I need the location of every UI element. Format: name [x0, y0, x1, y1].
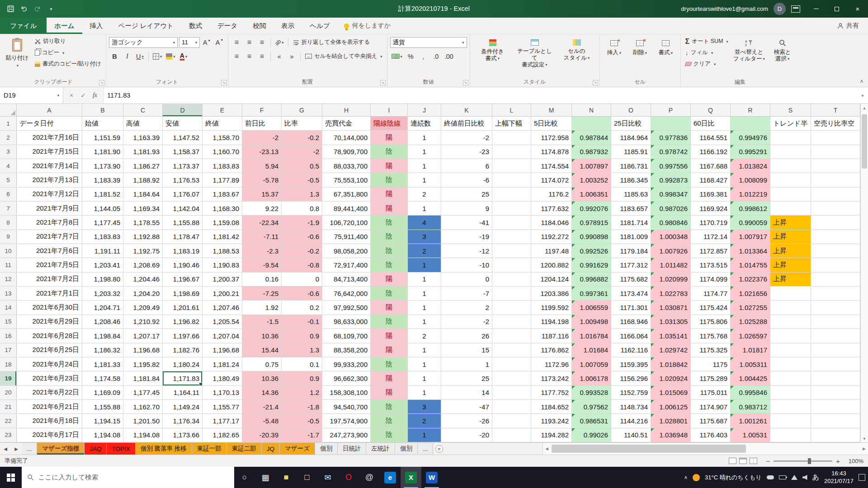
- format-cells-button[interactable]: 書式▾: [654, 36, 678, 56]
- cell-Q17[interactable]: 1175.325: [691, 343, 731, 357]
- cell-O16[interactable]: 1166.064: [611, 329, 651, 343]
- insert-function-button[interactable]: fx: [90, 92, 100, 99]
- cell-P8[interactable]: 0.980846: [651, 216, 691, 230]
- cell-J8[interactable]: 4: [408, 216, 441, 230]
- cell-J3[interactable]: 1: [408, 145, 441, 159]
- cell-L13[interactable]: [492, 286, 531, 300]
- cell-H23[interactable]: 247,273,900: [322, 428, 371, 442]
- cell-O15[interactable]: 1168.946: [611, 315, 651, 329]
- zoom-in-button[interactable]: +: [836, 457, 840, 465]
- cell-G17[interactable]: 1.3: [282, 343, 322, 357]
- header-cell-H1[interactable]: 売買代金: [322, 117, 371, 131]
- cell-F19[interactable]: 10.36: [242, 371, 282, 385]
- cell-T15[interactable]: [811, 315, 860, 329]
- cell-T16[interactable]: [811, 329, 860, 343]
- cell-J4[interactable]: 1: [408, 159, 441, 173]
- sheet-tab-個別[interactable]: 個別: [395, 443, 418, 455]
- cell-G7[interactable]: 0.8: [282, 202, 322, 216]
- cell-Q23[interactable]: 1176.403: [691, 428, 731, 442]
- cell-A22[interactable]: 2021年6月18日: [17, 414, 82, 428]
- qat-customize-button[interactable]: ▾: [45, 3, 57, 15]
- cell-A4[interactable]: 2021年7月14日: [17, 159, 82, 173]
- cell-D15[interactable]: 1,196.82: [163, 315, 203, 329]
- row-header-2[interactable]: 2: [0, 131, 17, 145]
- cell-R2[interactable]: 0.994976: [731, 131, 770, 145]
- start-button[interactable]: [0, 467, 22, 488]
- column-header-G[interactable]: G: [282, 104, 322, 117]
- cell-H15[interactable]: 98,633,000: [322, 315, 371, 329]
- cell-B23[interactable]: 1,194.08: [82, 428, 123, 442]
- cell-L21[interactable]: [492, 400, 531, 414]
- comma-style-button[interactable]: ,: [418, 51, 429, 62]
- cell-M8[interactable]: 1184.046: [531, 216, 572, 230]
- cell-J16[interactable]: 2: [408, 329, 441, 343]
- cell-L6[interactable]: [492, 188, 531, 202]
- row-header-21[interactable]: 21: [0, 400, 17, 414]
- cell-C3[interactable]: 1,181.93: [123, 145, 163, 159]
- taskbar-search-input[interactable]: ここに入力して検索: [22, 467, 234, 488]
- cell-R12[interactable]: 1.022376: [731, 272, 770, 286]
- cell-S7[interactable]: [770, 202, 811, 216]
- column-header-H[interactable]: H: [322, 104, 371, 117]
- cell-N22[interactable]: 0.986531: [572, 414, 611, 428]
- undo-button[interactable]: [18, 3, 30, 15]
- cell-S12[interactable]: 上昇: [770, 272, 811, 286]
- insert-cells-button[interactable]: + 挿入▾: [603, 36, 626, 56]
- cell-L10[interactable]: [492, 244, 531, 258]
- cell-R14[interactable]: 1.027255: [731, 300, 770, 314]
- cell-F3[interactable]: -23.13: [242, 145, 282, 159]
- cell-P14[interactable]: 1.030871: [651, 300, 691, 314]
- cell-A5[interactable]: 2021年7月13日: [17, 173, 82, 187]
- cell-T23[interactable]: [811, 428, 860, 442]
- cell-R5[interactable]: 1.008099: [731, 173, 770, 187]
- cell-P16[interactable]: 1.035141: [651, 329, 691, 343]
- cell-J9[interactable]: 3: [408, 230, 441, 244]
- cell-S9[interactable]: 上昇: [770, 230, 811, 244]
- cell-R9[interactable]: 1.007917: [731, 230, 770, 244]
- cell-P19[interactable]: 1.020924: [651, 371, 691, 385]
- cell-S14[interactable]: [770, 300, 811, 314]
- cell-P12[interactable]: 1.020999: [651, 272, 691, 286]
- cell-O12[interactable]: 1175.682: [611, 272, 651, 286]
- cell-Q13[interactable]: 1174.77: [691, 286, 731, 300]
- cell-P2[interactable]: 0.977836: [651, 131, 691, 145]
- cell-E12[interactable]: 1,200.37: [203, 272, 242, 286]
- cell-A11[interactable]: 2021年7月5日: [17, 258, 82, 272]
- taskbar-app-edge[interactable]: e: [380, 467, 401, 488]
- cell-K11[interactable]: -10: [441, 258, 492, 272]
- cell-H12[interactable]: 84,713,400: [322, 272, 371, 286]
- cell-J5[interactable]: 1: [408, 173, 441, 187]
- select-all-button[interactable]: [0, 104, 17, 117]
- cell-O14[interactable]: 1171.301: [611, 300, 651, 314]
- ribbon-tab-ヘルプ[interactable]: ヘルプ: [302, 18, 338, 34]
- cell-M3[interactable]: 1174.878: [531, 145, 572, 159]
- header-cell-L1[interactable]: 上幅下幅: [492, 117, 531, 131]
- cell-J7[interactable]: 1: [408, 202, 441, 216]
- cell-L8[interactable]: [492, 216, 531, 230]
- cell-J2[interactable]: 1: [408, 131, 441, 145]
- ime-indicator[interactable]: あ: [812, 473, 819, 482]
- cell-F10[interactable]: -2.3: [242, 244, 282, 258]
- cell-A19[interactable]: 2021年6月23日: [17, 371, 82, 385]
- zoom-slider-thumb[interactable]: [808, 458, 811, 464]
- cell-A12[interactable]: 2021年7月2日: [17, 272, 82, 286]
- row-header-20[interactable]: 20: [0, 386, 17, 400]
- cell-R21[interactable]: 0.983712: [731, 400, 770, 414]
- cell-T13[interactable]: [811, 286, 860, 300]
- format-as-table-button[interactable]: テーブルとして書式設定▾: [515, 36, 555, 68]
- cell-N21[interactable]: 0.97562: [572, 400, 611, 414]
- cell-K21[interactable]: -47: [441, 400, 492, 414]
- cell-O4[interactable]: 1186.731: [611, 159, 651, 173]
- italic-button[interactable]: I: [122, 51, 133, 62]
- cell-S15[interactable]: [770, 315, 811, 329]
- cell-M6[interactable]: 1176.2: [531, 188, 572, 202]
- cell-H18[interactable]: 99,933,200: [322, 357, 371, 371]
- cell-R19[interactable]: 1.004425: [731, 371, 770, 385]
- cell-D17[interactable]: 1,182.76: [163, 343, 203, 357]
- cell-O18[interactable]: 1159.395: [611, 357, 651, 371]
- cell-H5[interactable]: 75,553,100: [322, 173, 371, 187]
- cell-Q5[interactable]: 1168.427: [691, 173, 731, 187]
- cell-H2[interactable]: 70,144,000: [322, 131, 371, 145]
- cell-H9[interactable]: 75,911,400: [322, 230, 371, 244]
- cell-K4[interactable]: 6: [441, 159, 492, 173]
